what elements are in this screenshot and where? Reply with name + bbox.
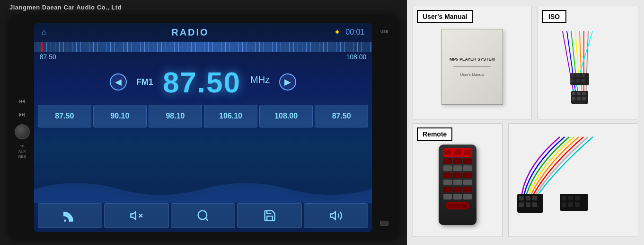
company-name: Jiangmen Daean Car Audio Co., Ltd xyxy=(9,4,122,11)
preset-1-button[interactable]: 87.50 xyxy=(38,105,91,127)
svg-rect-34 xyxy=(526,202,530,207)
volume-button[interactable] xyxy=(304,203,369,228)
ruler-ticks xyxy=(34,42,372,52)
usb-label: USB xyxy=(380,29,388,34)
accessories-top-row: User's Manual MP5 PLAYER SYSTEM User's M… xyxy=(413,6,638,119)
manual-book: MP5 PLAYER SYSTEM User's Manual xyxy=(441,29,503,105)
preset-3-button[interactable]: 98.10 xyxy=(149,105,202,127)
function-row xyxy=(34,203,372,232)
svg-marker-6 xyxy=(330,211,335,219)
right-icons: ✦ 00:01 xyxy=(334,27,364,37)
radio-unit: ⏮ ⏭ TF AUX RES ⌂ RADIO ✦ 00:01 xyxy=(9,16,397,239)
time-display: 00:01 xyxy=(345,28,364,36)
svg-rect-41 xyxy=(568,202,573,207)
manual-box: User's Manual MP5 PLAYER SYSTEM User's M… xyxy=(413,6,532,119)
remote-row-1 xyxy=(443,158,472,164)
svg-rect-39 xyxy=(575,196,580,200)
frequency-ruler xyxy=(34,42,372,52)
svg-rect-35 xyxy=(532,202,537,207)
fast-forward-button[interactable]: ⏭ xyxy=(16,109,29,119)
svg-rect-32 xyxy=(532,196,537,200)
manual-book-subtitle: User's Manual xyxy=(460,73,485,77)
right-section: User's Manual MP5 PLAYER SYSTEM User's M… xyxy=(407,0,644,245)
cast-button[interactable] xyxy=(38,203,103,228)
save-button[interactable] xyxy=(237,203,302,228)
frequency-unit: MHz xyxy=(250,74,270,85)
accessories-bottom-row: Remote xyxy=(413,123,638,237)
svg-rect-11 xyxy=(572,97,575,100)
remote-row-6 xyxy=(443,194,472,200)
mute-button[interactable] xyxy=(104,203,169,228)
usb-port[interactable] xyxy=(380,221,388,226)
ruler-indicator xyxy=(41,42,43,52)
svg-rect-40 xyxy=(562,202,566,207)
wave-decoration xyxy=(34,129,372,203)
svg-rect-42 xyxy=(575,202,580,207)
svg-rect-23 xyxy=(571,74,574,77)
svg-rect-31 xyxy=(526,196,530,200)
remote-row-5 xyxy=(443,187,472,192)
wire-harness-icon xyxy=(542,27,618,112)
volume-knob[interactable] xyxy=(15,124,30,139)
side-labels: TF AUX RES xyxy=(18,144,26,159)
remote-row-3 xyxy=(443,172,472,178)
svg-rect-10 xyxy=(582,92,585,95)
radio-mode-title: RADIO xyxy=(171,27,209,38)
svg-point-0 xyxy=(64,220,65,221)
svg-point-4 xyxy=(198,210,207,219)
res-label: RES xyxy=(18,154,26,159)
svg-marker-1 xyxy=(131,211,136,219)
svg-rect-9 xyxy=(577,92,581,95)
svg-rect-33 xyxy=(519,202,524,207)
svg-rect-13 xyxy=(582,97,585,100)
svg-rect-8 xyxy=(572,92,575,95)
next-station-button[interactable]: ▶ xyxy=(279,73,296,91)
preset-6-button[interactable]: 87.50 xyxy=(315,105,368,127)
rewind-button[interactable]: ⏮ xyxy=(16,96,29,106)
freq-range-high: 108.00 xyxy=(346,53,366,61)
svg-rect-37 xyxy=(562,196,566,200)
remote-box: Remote xyxy=(413,123,503,237)
svg-rect-26 xyxy=(571,79,574,82)
iso-label: ISO xyxy=(542,10,566,23)
frequency-range: 87.50 108.00 xyxy=(34,52,372,62)
preset-4-button[interactable]: 106.10 xyxy=(204,105,257,127)
svg-line-5 xyxy=(205,218,208,220)
manual-label: User's Manual xyxy=(417,10,473,23)
svg-rect-28 xyxy=(582,79,585,82)
preset-2-button[interactable]: 90.10 xyxy=(93,105,147,127)
right-side-panel: USB xyxy=(375,20,394,235)
screen-topbar: ⌂ RADIO ✦ 00:01 xyxy=(34,23,372,42)
search-button[interactable] xyxy=(171,203,236,228)
radio-screen: ⌂ RADIO ✦ 00:01 87.50 108.00 ◀ FM1 xyxy=(34,23,372,232)
aux-label: AUX xyxy=(18,149,26,154)
remote-label: Remote xyxy=(417,127,452,141)
main-freq-area: ◀ FM1 87.50 MHz ▶ xyxy=(34,62,372,103)
side-controls-left: ⏮ ⏭ TF AUX RES xyxy=(13,20,31,235)
tf-label: TF xyxy=(20,144,25,148)
svg-rect-12 xyxy=(577,97,581,100)
svg-rect-27 xyxy=(576,79,580,82)
remote-row-4 xyxy=(443,180,472,185)
svg-rect-24 xyxy=(576,74,580,77)
manual-book-title: MP5 PLAYER SYSTEM xyxy=(450,57,495,62)
remote-power-row xyxy=(443,148,472,157)
remote-row-2 xyxy=(443,165,472,171)
svg-rect-38 xyxy=(568,196,573,200)
left-section: Jiangmen Daean Car Audio Co., Ltd ⏮ ⏭ TF… xyxy=(0,0,407,245)
svg-rect-25 xyxy=(582,74,585,77)
freq-range-low: 87.50 xyxy=(40,53,56,61)
fm-band-label: FM1 xyxy=(136,77,153,87)
preset-5-button[interactable]: 108.00 xyxy=(259,105,313,127)
main-frequency-display: 87.50 xyxy=(163,65,241,99)
connector-box xyxy=(508,123,638,237)
brightness-icon[interactable]: ✦ xyxy=(334,27,341,37)
preset-row: 87.50 90.10 98.10 106.10 108.00 87.50 xyxy=(34,105,372,127)
home-icon[interactable]: ⌂ xyxy=(42,27,47,37)
iso-box: ISO xyxy=(538,6,638,119)
connector-harness-icon xyxy=(512,127,598,222)
svg-rect-30 xyxy=(519,196,524,200)
remote-control-icon xyxy=(439,145,476,225)
prev-station-button[interactable]: ◀ xyxy=(110,73,127,91)
